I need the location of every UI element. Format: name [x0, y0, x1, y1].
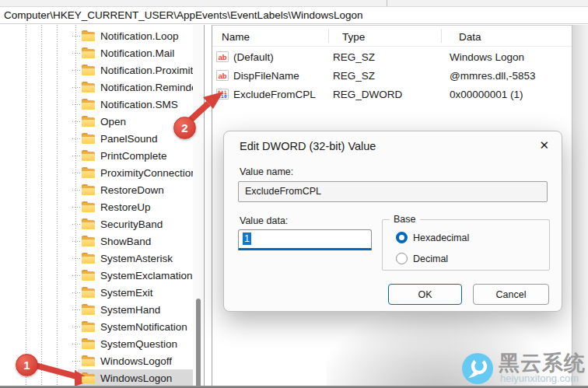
tree-connector — [72, 292, 81, 293]
tree-scrollbar-track[interactable] — [193, 25, 203, 386]
registry-tree-pane: Notification.Loop Notification.Mail Noti… — [0, 25, 205, 386]
tree-item[interactable]: RestoreDown — [0, 181, 193, 198]
address-bar[interactable]: Computer\HKEY_CURRENT_USER\AppEvents\Eve… — [0, 7, 588, 24]
folder-icon — [82, 218, 95, 229]
tree-connector — [72, 70, 81, 71]
tree-item[interactable]: ShowBand — [0, 232, 193, 250]
column-separator[interactable] — [441, 29, 442, 43]
folder-icon — [82, 184, 95, 195]
folder-icon — [82, 355, 95, 366]
folder-icon — [82, 30, 95, 41]
value-name-label: Value name: — [240, 166, 293, 177]
tree-item[interactable]: RestoreUp — [0, 198, 193, 215]
ok-button[interactable]: OK — [388, 284, 462, 305]
folder-icon — [82, 47, 95, 58]
tree-item[interactable]: SystemExit — [0, 284, 193, 301]
annotation-step-1: 1 — [16, 354, 38, 376]
column-header-name[interactable]: Name — [212, 31, 333, 43]
radio-unselected-icon[interactable] — [396, 253, 408, 264]
tree-connector — [72, 258, 81, 259]
radio-decimal-label: Decimal — [413, 253, 448, 264]
tree-connector — [72, 87, 81, 88]
tree-connector — [72, 378, 81, 379]
tree-connector — [72, 173, 81, 173]
tree-item[interactable]: Notification.Proximity — [0, 61, 193, 79]
value-row[interactable]: 011110ExcludeFromCPL REG_DWORD 0x0000000… — [212, 85, 572, 103]
folder-icon — [82, 82, 95, 93]
regedit-window: Computer\HKEY_CURRENT_USER\AppEvents\Eve… — [0, 0, 588, 388]
value-name: DispFileName — [233, 70, 299, 82]
tree-item[interactable]: PanelSound — [0, 130, 193, 147]
tree-items: Notification.Loop Notification.Mail Noti… — [0, 27, 193, 386]
radio-selected-icon[interactable] — [396, 232, 408, 243]
string-value-icon: ab — [216, 51, 229, 62]
tree-item[interactable]: ProximityConnection — [0, 164, 193, 181]
folder-icon — [82, 201, 95, 212]
tree-item[interactable]: Notification.SMS — [0, 96, 193, 113]
tree-item[interactable]: Notification.Reminder — [0, 79, 193, 96]
value-name-field[interactable]: ExcludeFromCPL — [238, 181, 548, 202]
folder-icon — [82, 116, 95, 127]
folder-icon — [82, 253, 95, 264]
tree-connector — [72, 224, 81, 225]
tree-item[interactable]: Notification.Mail — [0, 44, 193, 61]
tree-connector — [72, 207, 81, 208]
watermark-logo-icon — [461, 352, 494, 385]
value-row[interactable]: abDispFileName REG_SZ @mmres.dll,-5853 — [212, 66, 572, 85]
folder-icon — [82, 304, 95, 315]
edit-dword-dialog: Edit DWORD (32-bit) Value ✕ Value name: … — [223, 131, 562, 312]
value-type: REG_DWORD — [333, 89, 450, 100]
tree-item[interactable]: SecurityBand — [0, 215, 193, 232]
tree-scrollbar-thumb[interactable] — [196, 299, 201, 386]
tree-connector — [72, 327, 81, 327]
tree-item[interactable]: Open — [0, 113, 193, 130]
list-rows: ab(Default) REG_SZ Windows Logon abDispF… — [212, 47, 572, 103]
dialog-title: Edit DWORD (32-bit) Value — [240, 140, 376, 152]
toolbar-divider — [387, 0, 387, 6]
tree-connector — [72, 156, 81, 156]
close-icon[interactable]: ✕ — [539, 138, 549, 152]
folder-icon — [82, 99, 95, 110]
folder-icon — [82, 167, 95, 178]
tree-item[interactable]: SystemExclamation — [0, 267, 193, 284]
dword-value-icon: 011110 — [216, 89, 229, 100]
folder-icon — [82, 321, 95, 332]
column-header-data[interactable]: Data — [450, 31, 572, 43]
tree-item[interactable]: Notification.Loop — [0, 27, 193, 44]
window-right-edge — [572, 25, 588, 386]
cancel-button[interactable]: Cancel — [473, 284, 549, 305]
folder-icon — [82, 65, 95, 75]
column-separator[interactable] — [328, 29, 329, 43]
folder-icon — [82, 150, 95, 161]
folder-icon — [82, 372, 95, 383]
value-data-input[interactable]: 1 — [238, 229, 372, 250]
tree-connector — [72, 138, 81, 139]
tree-connector — [72, 36, 81, 37]
radio-hexadecimal[interactable]: Hexadecimal — [396, 232, 469, 243]
tree-connector — [72, 190, 81, 191]
value-row[interactable]: ab(Default) REG_SZ Windows Logon — [212, 47, 572, 66]
base-groupbox: Base Hexadecimal Decimal — [382, 219, 550, 271]
value-data: 0x00000001 (1) — [450, 89, 572, 100]
value-data: @mmres.dll,-5853 — [450, 70, 572, 82]
tree-item[interactable]: SystemNotification — [0, 318, 193, 335]
radio-decimal[interactable]: Decimal — [396, 253, 448, 264]
annotation-step-2: 2 — [173, 117, 196, 139]
folder-icon — [82, 287, 95, 298]
tree-item[interactable]: SystemHand — [0, 301, 193, 318]
tree-connector — [72, 275, 81, 276]
tree-item[interactable]: SystemAsterisk — [0, 250, 193, 267]
tree-connector — [72, 121, 81, 122]
folder-icon — [82, 133, 95, 144]
folder-icon — [82, 236, 95, 246]
value-name: (Default) — [233, 51, 274, 63]
tree-connector — [72, 104, 81, 105]
watermark-site-text: heiyunxitong.com — [500, 372, 579, 384]
watermark: 黑云系统 heiyunxitong.com — [459, 349, 588, 388]
tree-item[interactable]: PrintComplete — [0, 147, 193, 164]
value-type: REG_SZ — [333, 51, 450, 63]
tree-item[interactable]: SystemQuestion — [0, 335, 193, 352]
value-name: ExcludeFromCPL — [233, 89, 316, 100]
toolbar-sliver — [0, 0, 588, 7]
column-header-type[interactable]: Type — [333, 31, 450, 43]
